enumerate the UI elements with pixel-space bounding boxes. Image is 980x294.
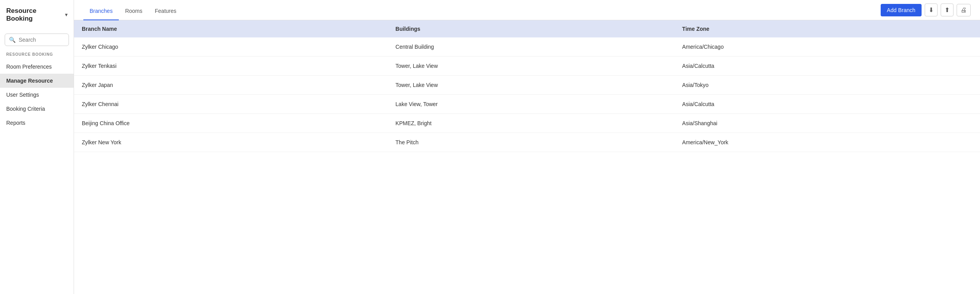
tab-branches[interactable]: Branches (83, 2, 119, 20)
search-box[interactable]: 🔍 (5, 34, 69, 46)
print-button[interactable]: 🖨 (957, 4, 971, 16)
cell-branch-name: Zylker Chennai (74, 95, 388, 114)
cell-buildings: KPMEZ, Bright (388, 114, 674, 133)
col-buildings: Buildings (388, 20, 674, 37)
cell-buildings: Tower, Lake View (388, 57, 674, 76)
cell-time-zone: Asia/Shanghai (674, 114, 980, 133)
add-branch-button[interactable]: Add Branch (881, 4, 922, 16)
tab-rooms[interactable]: Rooms (119, 2, 148, 20)
cell-time-zone: Asia/Calcutta (674, 95, 980, 114)
tabs: Branches Rooms Features (83, 0, 183, 20)
cell-branch-name: Zylker Tenkasi (74, 57, 388, 76)
table-row[interactable]: Zylker TenkasiTower, Lake ViewAsia/Calcu… (74, 57, 980, 76)
cell-branch-name: Beijing China Office (74, 114, 388, 133)
top-bar: Branches Rooms Features Add Branch ⬇ ⬆ 🖨 (74, 0, 980, 20)
cell-branch-name: Zylker Chicago (74, 37, 388, 57)
search-icon: 🔍 (9, 37, 16, 43)
sidebar-section-label: RESOURCE BOOKING (0, 52, 74, 60)
cell-time-zone: America/New_York (674, 133, 980, 152)
print-icon: 🖨 (961, 7, 967, 14)
branches-table: Branch Name Buildings Time Zone Zylker C… (74, 20, 980, 152)
share-icon: ⬆ (945, 6, 950, 14)
cell-time-zone: Asia/Calcutta (674, 57, 980, 76)
sidebar-item-manage-resource[interactable]: Manage Resource (0, 74, 74, 88)
sidebar-item-room-preferences[interactable]: Room Preferences (0, 60, 74, 74)
col-branch-name: Branch Name (74, 20, 388, 37)
sidebar-item-booking-criteria[interactable]: Booking Criteria (0, 102, 74, 116)
table-row[interactable]: Zylker ChennaiLake View, TowerAsia/Calcu… (74, 95, 980, 114)
table-row[interactable]: Zylker New YorkThe PitchAmerica/New_York (74, 133, 980, 152)
cell-buildings: Lake View, Tower (388, 95, 674, 114)
cell-buildings: Central Building (388, 37, 674, 57)
cell-time-zone: Asia/Tokyo (674, 76, 980, 95)
download-button[interactable]: ⬇ (925, 4, 938, 16)
main-content: Branches Rooms Features Add Branch ⬇ ⬆ 🖨 (74, 0, 980, 294)
sidebar-item-user-settings[interactable]: User Settings (0, 88, 74, 102)
cell-buildings: Tower, Lake View (388, 76, 674, 95)
table-row[interactable]: Zylker ChicagoCentral BuildingAmerica/Ch… (74, 37, 980, 57)
share-button[interactable]: ⬆ (941, 4, 954, 16)
toolbar: Add Branch ⬇ ⬆ 🖨 (881, 4, 971, 16)
table-row[interactable]: Zylker JapanTower, Lake ViewAsia/Tokyo (74, 76, 980, 95)
app-title-chevron[interactable]: ▾ (65, 12, 67, 18)
sidebar: Resource Booking ▾ 🔍 RESOURCE BOOKING Ro… (0, 0, 74, 294)
table-row[interactable]: Beijing China OfficeKPMEZ, BrightAsia/Sh… (74, 114, 980, 133)
col-time-zone: Time Zone (674, 20, 980, 37)
cell-buildings: The Pitch (388, 133, 674, 152)
cell-time-zone: America/Chicago (674, 37, 980, 57)
download-icon: ⬇ (929, 6, 934, 14)
search-input[interactable] (19, 37, 65, 43)
sidebar-item-reports[interactable]: Reports (0, 116, 74, 130)
app-title-text: Resource Booking (6, 7, 63, 23)
tab-features[interactable]: Features (149, 2, 183, 20)
branches-table-container: Branch Name Buildings Time Zone Zylker C… (74, 20, 980, 294)
cell-branch-name: Zylker Japan (74, 76, 388, 95)
table-header-row: Branch Name Buildings Time Zone (74, 20, 980, 37)
app-title: Resource Booking ▾ (0, 0, 74, 29)
cell-branch-name: Zylker New York (74, 133, 388, 152)
